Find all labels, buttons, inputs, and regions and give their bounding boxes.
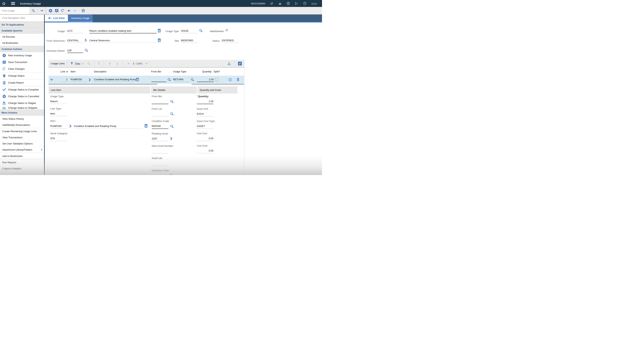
home-icon[interactable] [0, 0, 8, 7]
column-header-quantity[interactable]: Quantity [196, 70, 212, 73]
column-header-line[interactable]: Line [54, 70, 65, 73]
filter-link[interactable]: Filter [75, 62, 80, 65]
sidebar-item-new-inventory-usage[interactable]: New Inventory Usage [0, 52, 44, 59]
usage-line-row[interactable]: 1 PUMP250 Condition Enabled and Rotating… [48, 76, 244, 84]
sidebar-item-set-user-validation-options[interactable]: Set User Validation Options [0, 140, 44, 146]
bd-condition-code-lookup-icon[interactable] [170, 124, 174, 129]
li-item-detail-chevron-icon[interactable] [69, 124, 72, 128]
site-input[interactable]: BEDFORD [181, 38, 198, 43]
storeroom-description-input[interactable]: Central Storeroom [89, 38, 157, 43]
row-delete-trash-icon[interactable] [236, 78, 240, 82]
bd-from-lot-input[interactable] [152, 112, 168, 116]
previous-page-icon[interactable] [127, 62, 130, 65]
bd-expiration-date-calendar-icon[interactable] [169, 174, 174, 175]
row-info-icon[interactable] [228, 78, 232, 82]
sidebar-item-change-status-cancelled[interactable]: Change Status to Cancelled [0, 93, 44, 100]
signout-icon[interactable] [295, 2, 298, 5]
tab-list-view[interactable]: List View [45, 15, 68, 22]
move-up-icon[interactable] [108, 62, 111, 65]
from-storeroom-input[interactable]: CENTRAL [67, 38, 83, 43]
left-scrollbar[interactable] [48, 84, 157, 85]
row-expand-chevron-icon[interactable] [50, 78, 53, 82]
sidebar-item-create-remaining-usage-lines[interactable]: Create Remaining Usage Lines [0, 128, 44, 134]
qc-line-cost-input[interactable]: 0.00 [197, 149, 214, 153]
reports-chart-icon[interactable] [278, 2, 282, 5]
usage-type-lookup-icon[interactable] [199, 29, 203, 33]
menu-icon[interactable] [9, 0, 17, 7]
qc-quantity-input[interactable]: 1.00 [197, 99, 214, 104]
help-icon[interactable]: ? [303, 2, 306, 5]
collapse-table-icon[interactable] [238, 62, 242, 66]
inventory-owner-input[interactable]: AJE [67, 48, 83, 53]
row-usage-type-lookup-icon[interactable] [191, 78, 194, 82]
sidebar-item-cognos-analytics[interactable]: Cognos Analytics [0, 165, 44, 171]
column-header-usage-type[interactable]: Usage Type [173, 70, 186, 73]
column-header-item[interactable]: Item [70, 70, 75, 73]
row-usage-type-input[interactable]: RETURN [173, 77, 189, 82]
new-record-icon[interactable] [49, 9, 52, 13]
clear-filter-icon[interactable] [98, 62, 100, 65]
sidebar-item-all-bookmarks[interactable]: All Bookmarks [0, 40, 44, 46]
sidebar-item-change-status-complete[interactable]: Change Status to Complete [0, 86, 44, 93]
usage-description-input[interactable]: Return condition enabled rotating item [89, 29, 157, 34]
usage-input[interactable]: 1172 [67, 29, 83, 33]
li-line-type-input[interactable]: Item [50, 112, 67, 116]
sidebar-item-view-transactions[interactable]: View Transactions [0, 134, 44, 140]
qc-issue-unit-input[interactable]: EACH [197, 112, 214, 116]
find-navigation-input[interactable] [0, 17, 44, 19]
sidebar-item-attachment-library[interactable]: Attachment Library/Folders [0, 146, 44, 153]
bd-new-asset-number-input[interactable] [152, 149, 168, 153]
clear-changes-icon[interactable] [61, 9, 64, 12]
sidebar-item-change-status[interactable]: Change Status [0, 72, 44, 79]
search-icon[interactable] [32, 9, 35, 12]
sort-ascending-icon[interactable] [66, 71, 68, 72]
li-long-description-icon[interactable] [144, 124, 148, 128]
column-header-split[interactable]: Split? [214, 70, 220, 73]
li-usage-type-input[interactable]: Return [50, 99, 67, 104]
next-record-icon[interactable] [73, 9, 77, 13]
filter-expand-chevron-icon[interactable] [82, 62, 84, 65]
row-from-bin-input[interactable] [151, 77, 166, 82]
sidebar-item-create-report[interactable]: Create Report [0, 79, 44, 86]
row-item-detail-chevron-icon[interactable] [88, 78, 91, 82]
bd-rotating-asset-detail-chevron-icon[interactable] [170, 137, 172, 141]
row-item-cell[interactable]: PUMP250 [70, 77, 87, 82]
sidebar-item-add-to-bookmarks[interactable]: Add to Bookmarks [0, 153, 44, 159]
usage-type-input[interactable]: ISSUE [181, 29, 198, 33]
sidebar-item-add-modify-reservations[interactable]: Add/Modify Reservations [0, 122, 44, 128]
li-item-input[interactable]: PUMP250 [50, 124, 67, 129]
profile-icon[interactable] [286, 2, 290, 5]
li-item-description-input[interactable]: Condition Enabled and Rotating Pump [74, 124, 143, 129]
column-header-from-bin[interactable]: From Bin [151, 70, 161, 73]
status-input[interactable]: ENTERED [222, 38, 238, 43]
row-split-checkbox[interactable] [215, 78, 218, 81]
attachments-paperclip-icon[interactable] [225, 29, 228, 33]
table-search-icon[interactable] [87, 62, 91, 65]
find-usage-input[interactable] [0, 9, 29, 12]
save-record-icon[interactable] [55, 9, 58, 13]
sidebar-item-all-records[interactable]: All Records [0, 34, 44, 40]
announcements-icon[interactable] [270, 2, 274, 5]
li-stock-category-input[interactable]: STK [50, 137, 67, 141]
storeroom-detail-chevron-icon[interactable] [84, 39, 87, 43]
move-down-icon[interactable] [116, 62, 119, 65]
qc-issue-cost-type-input[interactable]: ASSET [197, 124, 214, 129]
bd-condition-code-input[interactable]: REPAIR [152, 124, 168, 129]
download-icon[interactable] [227, 62, 231, 65]
column-header-description[interactable]: Description [94, 70, 106, 73]
sidebar-item-save-transaction[interactable]: Save Transaction [0, 59, 44, 66]
row-long-description-icon[interactable] [136, 78, 139, 82]
sidebar-item-change-status-staged[interactable]: Change Status to Staged [0, 100, 44, 106]
inventory-owner-lookup-icon[interactable] [84, 48, 88, 53]
row-description-cell[interactable]: Condition Enabled and Rotating Pump [94, 77, 135, 82]
bd-shelf-life-input[interactable] [152, 161, 168, 166]
sidebar-item-view-status-history[interactable]: View Status History [0, 116, 44, 122]
bd-from-lot-lookup-icon[interactable] [170, 112, 174, 116]
row-quantity-input[interactable]: 1.00 [197, 77, 214, 82]
sidebar-item-change-status-shipped[interactable]: Change Status to Shipped [0, 106, 44, 109]
filter-icon[interactable] [70, 62, 73, 65]
bd-from-bin-look​up-icon[interactable] [170, 100, 174, 104]
tab-inventory-usage[interactable]: Inventory Usage [68, 15, 93, 22]
chevron-down-icon[interactable] [40, 9, 44, 12]
previous-record-icon[interactable] [67, 9, 71, 13]
